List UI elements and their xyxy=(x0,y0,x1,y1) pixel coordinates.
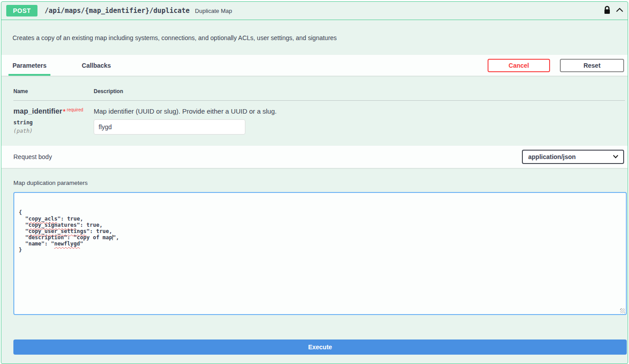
operation-description: Creates a copy of an existing map includ… xyxy=(1,20,628,55)
map-identifier-input[interactable] xyxy=(94,119,245,135)
execute-section: Execute xyxy=(1,315,628,355)
cancel-button[interactable]: Cancel xyxy=(488,59,550,72)
required-asterisk: * xyxy=(63,108,65,115)
chevron-up-icon xyxy=(615,6,624,16)
tab-parameters[interactable]: Parameters xyxy=(8,55,50,76)
parameter-name-cell: map_identifier*required string (path) xyxy=(13,101,94,135)
body-editor[interactable]: { "copy_acls": true, "copy_signatures": … xyxy=(13,192,627,315)
tab-header: Parameters Callbacks Cancel Reset xyxy=(1,55,628,76)
column-header-description: Description xyxy=(94,76,625,101)
method-badge: POST xyxy=(6,5,37,16)
request-body-label: Request body xyxy=(13,153,52,160)
operation-panel: POST /api/maps/{map_identifier}/duplicat… xyxy=(1,1,628,364)
execute-button[interactable]: Execute xyxy=(13,339,627,355)
tab-callbacks-label: Callbacks xyxy=(82,62,111,69)
reset-button[interactable]: Reset xyxy=(560,59,624,72)
body-description: Map duplication parameters xyxy=(13,180,624,186)
chevron-down-icon xyxy=(612,153,619,161)
content-type-value: application/json xyxy=(528,153,576,160)
request-body-header: Request body application/json xyxy=(1,146,628,168)
parameter-location: (path) xyxy=(13,128,94,134)
column-header-name: Name xyxy=(13,76,94,101)
parameter-description: Map identifier (UUID or slug). Provide e… xyxy=(94,107,625,115)
parameter-type: string xyxy=(13,119,94,126)
endpoint-summary: Duplicate Map xyxy=(195,8,232,14)
parameter-name: map_identifier xyxy=(13,107,62,115)
parameter-description-cell: Map identifier (UUID or slug). Provide e… xyxy=(94,101,625,135)
endpoint-path: /api/maps/{map_identifier}/duplicate xyxy=(45,7,190,15)
parameters-section: Name Description map_identifier*required… xyxy=(1,76,628,146)
content-type-select[interactable]: application/json xyxy=(522,150,624,164)
request-body-section: Map duplication parameters { "copy_acls"… xyxy=(1,168,628,315)
tab-parameters-label: Parameters xyxy=(12,62,46,69)
required-label: required xyxy=(67,107,83,112)
resize-handle[interactable] xyxy=(620,308,625,313)
collapse-button[interactable] xyxy=(615,6,624,16)
tab-callbacks[interactable]: Callbacks xyxy=(78,55,115,76)
lock-icon xyxy=(604,6,611,16)
auth-lock-button[interactable] xyxy=(604,6,611,16)
operation-summary[interactable]: POST /api/maps/{map_identifier}/duplicat… xyxy=(1,2,628,20)
